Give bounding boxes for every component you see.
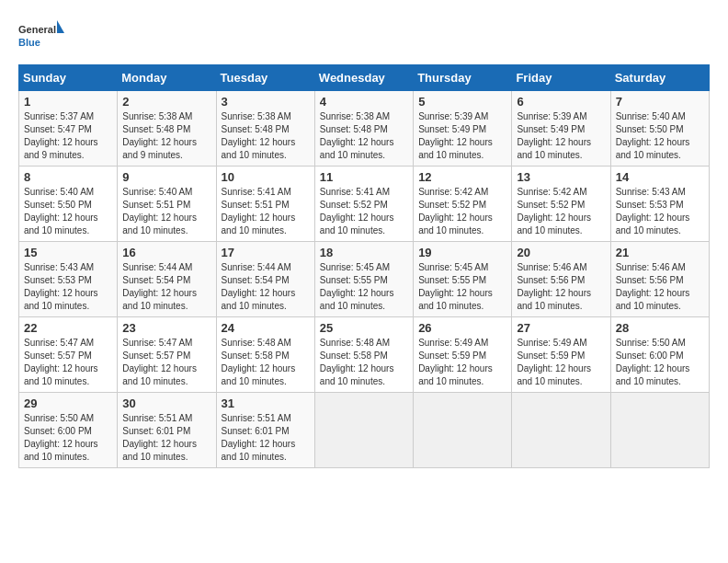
calendar-cell: 27 Sunrise: 5:49 AMSunset: 5:59 PMDaylig…	[512, 317, 610, 393]
day-number: 18	[320, 246, 408, 259]
calendar-cell: 20 Sunrise: 5:46 AMSunset: 5:56 PMDaylig…	[512, 242, 610, 317]
calendar-cell: 7 Sunrise: 5:40 AMSunset: 5:50 PMDayligh…	[610, 91, 709, 167]
day-number: 26	[418, 321, 506, 335]
col-header-monday: Monday	[118, 65, 216, 91]
logo-svg: General Blue	[18, 18, 64, 55]
day-info: Sunrise: 5:42 AMSunset: 5:52 PMDaylight:…	[418, 187, 493, 236]
day-number: 17	[222, 246, 310, 259]
day-number: 28	[616, 321, 704, 335]
calendar-cell	[414, 393, 512, 468]
svg-text:General: General	[18, 24, 56, 35]
day-number: 2	[122, 95, 210, 109]
day-number: 23	[122, 321, 210, 335]
day-number: 12	[418, 170, 506, 184]
day-number: 4	[320, 95, 408, 109]
day-info: Sunrise: 5:46 AMSunset: 5:56 PMDaylight:…	[517, 262, 591, 311]
day-info: Sunrise: 5:45 AMSunset: 5:55 PMDaylight:…	[418, 262, 493, 311]
day-number: 22	[24, 321, 112, 335]
calendar-cell: 10 Sunrise: 5:41 AMSunset: 5:51 PMDaylig…	[216, 167, 314, 242]
day-number: 5	[418, 95, 506, 109]
day-info: Sunrise: 5:50 AMSunset: 6:00 PMDaylight:…	[24, 413, 98, 462]
day-number: 20	[517, 246, 605, 259]
calendar-cell: 9 Sunrise: 5:40 AMSunset: 5:51 PMDayligh…	[118, 167, 216, 242]
day-number: 3	[222, 95, 310, 109]
day-info: Sunrise: 5:48 AMSunset: 5:58 PMDaylight:…	[320, 338, 394, 386]
day-number: 21	[616, 246, 704, 259]
day-info: Sunrise: 5:47 AMSunset: 5:57 PMDaylight:…	[24, 338, 98, 386]
svg-text:Blue: Blue	[18, 37, 40, 48]
calendar-table: SundayMondayTuesdayWednesdayThursdayFrid…	[18, 64, 710, 468]
calendar-cell: 3 Sunrise: 5:38 AMSunset: 5:48 PMDayligh…	[216, 91, 314, 167]
day-number: 15	[24, 246, 112, 259]
day-number: 9	[122, 170, 210, 184]
day-number: 25	[320, 321, 408, 335]
calendar-cell: 18 Sunrise: 5:45 AMSunset: 5:55 PMDaylig…	[314, 242, 413, 317]
day-number: 31	[222, 396, 310, 410]
calendar-cell: 19 Sunrise: 5:45 AMSunset: 5:55 PMDaylig…	[414, 242, 512, 317]
day-info: Sunrise: 5:38 AMSunset: 5:48 PMDaylight:…	[320, 111, 394, 160]
col-header-sunday: Sunday	[19, 65, 118, 91]
day-info: Sunrise: 5:41 AMSunset: 5:52 PMDaylight:…	[320, 187, 394, 236]
day-info: Sunrise: 5:37 AMSunset: 5:47 PMDaylight:…	[24, 111, 98, 160]
day-info: Sunrise: 5:40 AMSunset: 5:51 PMDaylight:…	[122, 187, 197, 236]
calendar-cell: 17 Sunrise: 5:44 AMSunset: 5:54 PMDaylig…	[216, 242, 314, 317]
day-info: Sunrise: 5:51 AMSunset: 6:01 PMDaylight:…	[222, 413, 296, 462]
day-info: Sunrise: 5:40 AMSunset: 5:50 PMDaylight:…	[24, 187, 98, 236]
calendar-cell: 11 Sunrise: 5:41 AMSunset: 5:52 PMDaylig…	[314, 167, 413, 242]
day-info: Sunrise: 5:43 AMSunset: 5:53 PMDaylight:…	[24, 262, 98, 311]
day-number: 13	[517, 170, 605, 184]
day-info: Sunrise: 5:46 AMSunset: 5:56 PMDaylight:…	[616, 262, 690, 311]
calendar-cell	[512, 393, 610, 468]
col-header-friday: Friday	[512, 65, 610, 91]
day-info: Sunrise: 5:44 AMSunset: 5:54 PMDaylight:…	[222, 262, 296, 311]
day-info: Sunrise: 5:43 AMSunset: 5:53 PMDaylight:…	[616, 187, 690, 236]
day-number: 10	[222, 170, 310, 184]
day-info: Sunrise: 5:49 AMSunset: 5:59 PMDaylight:…	[418, 338, 493, 386]
calendar-cell: 6 Sunrise: 5:39 AMSunset: 5:49 PMDayligh…	[512, 91, 610, 167]
day-info: Sunrise: 5:51 AMSunset: 6:01 PMDaylight:…	[122, 413, 197, 462]
page-header: General Blue	[18, 18, 710, 55]
calendar-cell: 31 Sunrise: 5:51 AMSunset: 6:01 PMDaylig…	[216, 393, 314, 468]
logo: General Blue	[18, 18, 64, 55]
col-header-saturday: Saturday	[610, 65, 709, 91]
calendar-cell: 26 Sunrise: 5:49 AMSunset: 5:59 PMDaylig…	[414, 317, 512, 393]
day-info: Sunrise: 5:42 AMSunset: 5:52 PMDaylight:…	[517, 187, 591, 236]
calendar-cell: 2 Sunrise: 5:38 AMSunset: 5:48 PMDayligh…	[118, 91, 216, 167]
calendar-cell	[314, 393, 413, 468]
calendar-cell: 12 Sunrise: 5:42 AMSunset: 5:52 PMDaylig…	[414, 167, 512, 242]
day-number: 27	[517, 321, 605, 335]
day-info: Sunrise: 5:39 AMSunset: 5:49 PMDaylight:…	[418, 111, 493, 160]
calendar-cell: 24 Sunrise: 5:48 AMSunset: 5:58 PMDaylig…	[216, 317, 314, 393]
day-number: 24	[222, 321, 310, 335]
calendar-cell: 14 Sunrise: 5:43 AMSunset: 5:53 PMDaylig…	[610, 167, 709, 242]
calendar-cell: 4 Sunrise: 5:38 AMSunset: 5:48 PMDayligh…	[314, 91, 413, 167]
day-number: 19	[418, 246, 506, 259]
day-info: Sunrise: 5:38 AMSunset: 5:48 PMDaylight:…	[122, 111, 197, 160]
col-header-thursday: Thursday	[414, 65, 512, 91]
day-info: Sunrise: 5:38 AMSunset: 5:48 PMDaylight:…	[222, 111, 296, 160]
day-info: Sunrise: 5:50 AMSunset: 6:00 PMDaylight:…	[616, 338, 690, 386]
calendar-cell: 13 Sunrise: 5:42 AMSunset: 5:52 PMDaylig…	[512, 167, 610, 242]
calendar-cell: 5 Sunrise: 5:39 AMSunset: 5:49 PMDayligh…	[414, 91, 512, 167]
calendar-cell: 1 Sunrise: 5:37 AMSunset: 5:47 PMDayligh…	[19, 91, 118, 167]
day-number: 14	[616, 170, 704, 184]
calendar-cell: 29 Sunrise: 5:50 AMSunset: 6:00 PMDaylig…	[19, 393, 118, 468]
day-info: Sunrise: 5:40 AMSunset: 5:50 PMDaylight:…	[616, 111, 690, 160]
day-number: 8	[24, 170, 112, 184]
day-number: 1	[24, 95, 112, 109]
day-info: Sunrise: 5:47 AMSunset: 5:57 PMDaylight:…	[122, 338, 197, 386]
day-number: 16	[122, 246, 210, 259]
calendar-cell: 16 Sunrise: 5:44 AMSunset: 5:54 PMDaylig…	[118, 242, 216, 317]
col-header-tuesday: Tuesday	[216, 65, 314, 91]
day-number: 30	[122, 396, 210, 410]
calendar-cell: 21 Sunrise: 5:46 AMSunset: 5:56 PMDaylig…	[610, 242, 709, 317]
day-number: 29	[24, 396, 112, 410]
calendar-cell: 15 Sunrise: 5:43 AMSunset: 5:53 PMDaylig…	[19, 242, 118, 317]
day-info: Sunrise: 5:44 AMSunset: 5:54 PMDaylight:…	[122, 262, 197, 311]
calendar-cell: 28 Sunrise: 5:50 AMSunset: 6:00 PMDaylig…	[610, 317, 709, 393]
day-info: Sunrise: 5:45 AMSunset: 5:55 PMDaylight:…	[320, 262, 394, 311]
calendar-cell: 8 Sunrise: 5:40 AMSunset: 5:50 PMDayligh…	[19, 167, 118, 242]
day-info: Sunrise: 5:48 AMSunset: 5:58 PMDaylight:…	[222, 338, 296, 386]
calendar-cell: 22 Sunrise: 5:47 AMSunset: 5:57 PMDaylig…	[19, 317, 118, 393]
col-header-wednesday: Wednesday	[314, 65, 413, 91]
